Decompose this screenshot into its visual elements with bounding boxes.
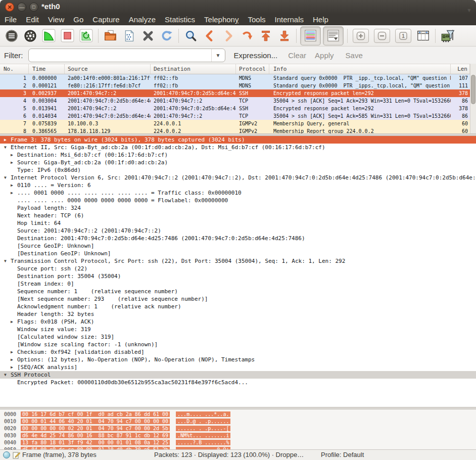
reload-icon[interactable] [157,27,176,45]
filter-combo[interactable]: ▼ [28,49,225,62]
hex-bytes[interactable]: d6 4e 4d 25 74 86 00 16 88 bc 87 91 1c d… [21,433,170,438]
filter-input[interactable] [32,49,211,62]
packet-row-4[interactable]: 40.0030042001:470:94c7:0:2d5b:d64e:4d25:… [0,97,476,105]
hex-bytes[interactable]: 13 fa 80 18 01 3f f9 42 00 00 01 01 08 0… [21,440,170,445]
scrollbar-thumb[interactable] [471,75,475,104]
hex-row[interactable]: 000000 16 17 6d b7 cf 00 1f d0 ad cb 2a … [0,411,476,418]
colorize-icon[interactable] [300,26,321,45]
filter-dropdown-icon[interactable]: ▼ [211,49,225,62]
hex-ascii[interactable]: ...D.@ . .p...... [176,419,230,424]
detail-line[interactable]: [Calculated window size: 319] [0,333,476,341]
expander-collapsed-icon[interactable]: ▶ [10,189,17,197]
capture-restart-icon[interactable] [77,27,96,45]
detail-line[interactable]: ▶Options: (12 bytes), No-Operation (NOP)… [0,356,476,363]
zoom-in-icon[interactable] [353,29,369,43]
detail-line[interactable]: ▼Internet Protocol Version 6, Src: 2001:… [0,174,476,181]
zoom-out-icon[interactable] [374,29,390,43]
detail-line[interactable]: [Next sequence number: 293 (relative seq… [0,295,476,303]
hex-row[interactable]: 0030d6 4e 4d 25 74 86 00 16 88 bc 87 91 … [0,432,476,439]
goto-packet-icon[interactable] [237,27,256,45]
go-top-icon[interactable] [256,27,275,45]
detail-line[interactable]: Hop limit: 64 [0,219,476,227]
window-maximize-button[interactable]: ▢ [29,3,38,12]
capture-options-icon[interactable] [21,27,39,45]
hex-bytes[interactable]: 00 00 00 00 00 02 20 01 04 70 94 c7 00 0… [21,426,170,431]
column-header-protocol[interactable]: Protocol [236,64,269,74]
detail-line[interactable]: ▶0110 .... = Version: 6 [0,181,476,189]
detail-line[interactable]: Destination port: 35004 (35004) [0,272,476,280]
zoom-100-icon[interactable]: 1 [395,29,411,43]
packet-row-5[interactable]: 50.0139412001:470:94c7::22001:470:94c7:0… [0,105,476,112]
packet-row-6[interactable]: 60.0140342001:470:94c7:0:2d5b:d64e:4d25:… [0,112,476,120]
detail-line[interactable]: Type: IPv6 (0x86dd) [0,166,476,174]
capture-start-icon[interactable] [39,27,58,45]
detail-line[interactable]: Header length: 32 bytes [0,310,476,318]
detail-line[interactable]: ▶Destination: Msi_6d:b7:cf (00:16:17:6d:… [0,151,476,159]
expander-expanded-icon[interactable]: ▼ [4,371,11,379]
menu-item-statistics[interactable]: Statistics [160,14,200,25]
detail-line[interactable]: Sequence number: 1 (relative sequence nu… [0,288,476,295]
save-filter-button[interactable]: Save [346,51,363,60]
hex-ascii[interactable]: .....?.B .......% [176,440,230,445]
detail-line[interactable]: [Destination GeoIP: Unknown] [0,250,476,257]
expander-collapsed-icon[interactable]: ▶ [10,363,17,371]
expander-collapsed-icon[interactable]: ▶ [10,159,17,166]
autoscroll-icon[interactable] [323,26,344,45]
menu-item-telephony[interactable]: Telephony [200,14,243,25]
expander-collapsed-icon[interactable]: ▶ [10,348,17,356]
window-close-button[interactable]: ✕ [5,3,14,12]
detail-line[interactable]: ▶[SEQ/ACK analysis] [0,363,476,371]
close-file-icon[interactable] [138,27,157,45]
hex-row[interactable]: 004013 fa 80 18 01 3f f9 42 00 00 01 01 … [0,439,476,446]
resize-columns-icon[interactable] [414,27,433,45]
menu-item-file[interactable]: File [0,14,21,25]
clear-button[interactable]: Clear [288,51,306,60]
menu-item-edit[interactable]: Edit [21,14,43,25]
hex-row[interactable]: 002000 00 00 00 00 02 20 01 04 70 94 c7 … [0,425,476,432]
detail-line[interactable]: ▶Flags: 0x018 (PSH, ACK) [0,318,476,326]
detail-line[interactable]: [Source GeoIP: Unknown] [0,242,476,250]
column-header-no[interactable]: No. [0,64,29,74]
detail-line[interactable]: ▼Ethernet II, Src: Giga-Byt_ad:cb:2a (00… [0,144,476,151]
detail-line[interactable]: [Stream index: 0] [0,280,476,288]
expander-collapsed-icon[interactable]: ▶ [10,151,17,159]
expert-info-icon[interactable] [3,451,10,458]
list-interfaces-icon[interactable] [2,27,21,45]
expander-expanded-icon[interactable]: ▼ [4,174,11,181]
column-header-time[interactable]: Time [29,64,65,74]
apply-button[interactable]: Apply [315,51,334,60]
hex-ascii[interactable]: ...... . .p....-[ [176,426,230,431]
expression-button[interactable]: Expression... [234,51,278,60]
detail-line[interactable]: ▶.... 0001 0000 .... .... .... .... ....… [0,189,476,197]
menu-item-capture[interactable]: Capture [88,14,124,25]
menu-item-help[interactable]: Help [308,14,333,25]
detail-line[interactable]: ▶Checksum: 0xf942 [validation disabled] [0,348,476,356]
menu-item-view[interactable]: View [43,14,69,25]
detail-line[interactable]: Window size value: 319 [0,326,476,333]
toolbar-overflow-icon[interactable]: ▼ [466,7,472,13]
detail-line[interactable]: ▼Transmission Control Protocol, Src Port… [0,257,476,265]
column-header-len[interactable]: Len [451,64,470,74]
detail-line[interactable]: Source port: ssh (22) [0,265,476,272]
expander-expanded-icon[interactable]: ▼ [4,144,11,151]
menu-item-analyze[interactable]: Analyze [124,14,160,25]
detail-line[interactable]: Payload length: 324 [0,204,476,212]
open-file-icon[interactable] [101,27,120,45]
menu-item-internals[interactable]: Internals [270,14,308,25]
packet-row-2[interactable]: 20.000121fe80::216:17ff:fe6d:b7cfff02::f… [0,82,476,89]
save-file-icon[interactable] [120,27,138,45]
go-bottom-icon[interactable] [275,27,294,45]
menu-item-tools[interactable]: Tools [243,14,270,25]
column-header-destination[interactable]: Destination [151,64,236,74]
expander-collapsed-icon[interactable]: ▶ [10,356,17,363]
expander-expanded-icon[interactable]: ▼ [4,257,11,265]
hex-ascii[interactable]: .NM%t... .......i [176,433,230,438]
detail-line[interactable]: Acknowledgment number: 1 (relative ack n… [0,303,476,310]
detail-line[interactable]: Destination: 2001:470:94c7:0:2d5b:d64e:4… [0,235,476,242]
window-minimize-button[interactable]: — [17,3,26,12]
expander-collapsed-icon[interactable]: ▶ [4,136,11,144]
detail-line[interactable]: ▼SSH Protocol [0,371,476,379]
menu-item-go[interactable]: Go [69,14,88,25]
detail-line[interactable]: Encrypted Packet: 00000110d0db30e6512b95… [0,379,476,386]
find-packet-icon[interactable] [181,27,200,45]
